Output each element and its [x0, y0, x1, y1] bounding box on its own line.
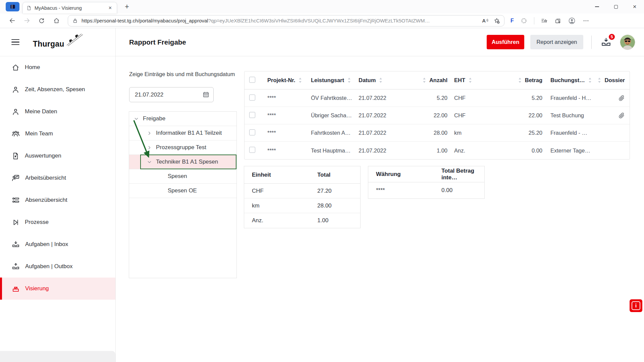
browser-tab-active[interactable]: MyAbacus - Visierung ✕	[22, 2, 117, 13]
favorites-button[interactable]	[541, 17, 548, 24]
column-header-anzahl[interactable]: Anzahl	[404, 77, 447, 83]
cell-betrag: 22.00	[479, 112, 542, 119]
sort-icon[interactable]	[518, 77, 522, 83]
sidebar-item-visierung[interactable]: Visierung	[0, 278, 115, 300]
maximize-button[interactable]	[606, 0, 625, 13]
column-header-datum[interactable]: Datum	[359, 77, 404, 83]
menu-toggle-button[interactable]	[11, 39, 19, 45]
lock-icon[interactable]	[72, 18, 78, 24]
new-tab-button[interactable]: +	[125, 3, 129, 11]
chevron-right-icon[interactable]	[147, 131, 152, 136]
chevron-right-icon[interactable]	[147, 145, 152, 150]
sidebar-item-absenzuebersicht[interactable]: Absenzübersicht	[0, 189, 115, 211]
attachment-paperclip-icon[interactable]	[618, 95, 625, 102]
sidebar-item-label: Zeit, Absenzen, Spesen	[25, 86, 85, 93]
tab-actions-button[interactable]	[6, 2, 19, 11]
column-header-dossier[interactable]: Dossier	[593, 77, 625, 83]
sidebar-item-label: Arbeitsübersicht	[25, 175, 66, 181]
chevron-down-icon[interactable]	[147, 160, 152, 165]
browser-profile-button[interactable]	[568, 17, 576, 25]
column-header-betrag[interactable]: Betrag	[479, 77, 542, 83]
attachment-paperclip-icon[interactable]	[618, 112, 625, 119]
header-einheit: Einheit	[252, 172, 317, 178]
table-row[interactable]: **** Fahrtkosten A… 21.07.2022 28.00 km …	[245, 124, 630, 142]
unit-totals-table: Einheit Total CHF 27.20 km 28.00 Anz. 1.…	[244, 166, 361, 228]
tab-title: MyAbacus - Visierung	[35, 5, 107, 11]
table-row[interactable]: **** Test Hauptma… 21.07.2022 1.00 Anz. …	[245, 142, 630, 159]
column-label: Datum	[359, 77, 376, 83]
info-feedback-button[interactable]: i	[630, 299, 642, 312]
browser-home-button[interactable]	[49, 15, 64, 26]
column-label: Leistungsart	[311, 77, 344, 83]
sort-icon[interactable]	[347, 77, 351, 83]
sort-icon[interactable]	[299, 77, 302, 83]
sort-icon[interactable]	[588, 77, 592, 83]
tree-node-freigabe[interactable]: Freigabe	[129, 112, 236, 126]
row-checkbox[interactable]	[249, 147, 255, 153]
collections-button[interactable]	[554, 17, 561, 24]
info-icon: i	[632, 301, 640, 310]
row-checkbox[interactable]	[249, 112, 255, 118]
select-all-checkbox[interactable]	[249, 77, 255, 83]
add-favorite-button[interactable]	[493, 17, 500, 24]
back-button[interactable]	[5, 15, 19, 26]
calendar-icon[interactable]	[202, 91, 210, 100]
reload-button[interactable]	[34, 15, 49, 26]
extension-f-icon[interactable]: F	[511, 18, 514, 24]
row-checkbox[interactable]	[249, 129, 255, 135]
booking-date-input[interactable]	[129, 87, 214, 102]
process-icon	[11, 218, 20, 227]
tree-node-spesen[interactable]: Spesen	[129, 169, 236, 184]
url-path: https://personal-test.tg.ch/portal/myaba…	[82, 18, 208, 23]
sidebar-item-aufgaben-inbox[interactable]: Aufgaben | Inbox	[0, 233, 115, 255]
notifications-inbox-button[interactable]: 5	[600, 36, 612, 49]
person-icon	[11, 85, 20, 94]
sidebar-item-zeit-absenzen-spesen[interactable]: Zeit, Absenzen, Spesen	[0, 78, 115, 101]
column-header-leistungsart[interactable]: Leistungsart	[311, 77, 359, 83]
execute-button[interactable]: Ausführen	[487, 35, 524, 49]
sort-icon[interactable]	[469, 77, 472, 83]
sort-icon[interactable]	[598, 77, 601, 83]
tree-node-prozessgruppe[interactable]: Prozessgruppe Test	[129, 140, 236, 155]
user-avatar[interactable]	[620, 35, 635, 50]
forward-button[interactable]	[19, 15, 34, 26]
cell-unit: CHF	[252, 188, 317, 194]
url-text[interactable]: https://personal-test.tg.ch/portal/myaba…	[82, 18, 477, 23]
show-report-button[interactable]: Report anzeigen	[530, 35, 583, 49]
sidebar-item-home[interactable]: Home	[0, 56, 115, 78]
column-header-eht[interactable]: EHT	[447, 77, 479, 83]
column-header-buchungstext[interactable]: Buchungst…	[542, 77, 593, 83]
cell-anzahl: 28.00	[404, 130, 447, 136]
tree-node-spesen-oe[interactable]: Spesen OE	[129, 184, 236, 198]
sidebar-item-label: Mein Team	[25, 130, 53, 137]
settings-menu-button[interactable]	[583, 17, 589, 24]
sidebar-item-label: Visierung	[25, 285, 49, 292]
browser-tab-bar: MyAbacus - Visierung ✕ + ✕	[0, 0, 644, 13]
chevron-down-icon[interactable]	[134, 116, 139, 121]
totals-row: **** 0.00	[368, 182, 484, 198]
sidebar-item-mein-team[interactable]: Mein Team	[0, 123, 115, 145]
column-label: Betrag	[525, 77, 542, 83]
table-row[interactable]: **** ÖV Fahrtkoste… 21.07.2022 5.20 CHF …	[245, 89, 630, 107]
minimize-button[interactable]	[588, 0, 606, 13]
row-checkbox[interactable]	[249, 95, 255, 101]
table-row[interactable]: **** Übriger Sacha… 21.07.2022 22.00 CHF…	[245, 107, 630, 124]
sidebar-item-aufgaben-outbox[interactable]: Aufgaben | Outbox	[0, 255, 115, 278]
close-window-button[interactable]: ✕	[625, 0, 644, 13]
read-aloud-button[interactable]: A	[482, 18, 489, 23]
sidebar-item-prozesse[interactable]: Prozesse	[0, 211, 115, 233]
sort-icon[interactable]	[423, 77, 426, 83]
booking-date-filter-label: Zeige Einträge bis und mit Buchungsdatum	[129, 71, 235, 77]
address-bar[interactable]: https://personal-test.tg.ch/portal/myaba…	[68, 15, 504, 26]
cell-betrag: 5.20	[479, 95, 542, 101]
column-header-projekt[interactable]: Projekt-Nr.	[267, 77, 311, 83]
tracking-prevention-icon[interactable]	[521, 17, 527, 24]
header-total: Total	[317, 172, 360, 178]
close-tab-icon[interactable]: ✕	[107, 5, 113, 11]
tree-node-informatiker[interactable]: Informatiker B1 A1 Teilzeit	[129, 126, 236, 140]
sidebar-item-auswertungen[interactable]: Auswertungen	[0, 145, 115, 167]
tree-node-techniker-selected[interactable]: Techniker B1 A1 Spesen	[129, 155, 236, 169]
sidebar-item-meine-daten[interactable]: Meine Daten	[0, 101, 115, 123]
sidebar-item-arbeitsuebersicht[interactable]: Arbeitsübersicht	[0, 167, 115, 189]
sort-icon[interactable]	[379, 77, 382, 83]
